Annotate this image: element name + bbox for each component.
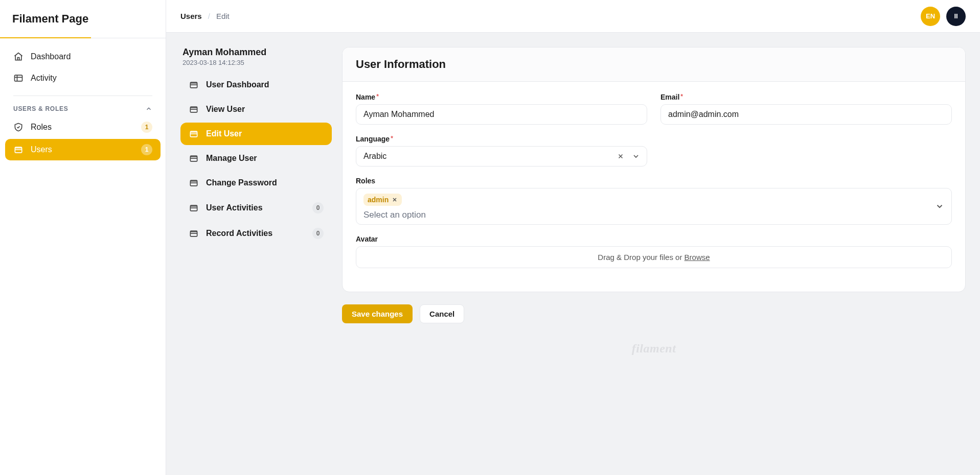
primary-nav: Dashboard Activity USERS & ROLES Role [0, 38, 166, 170]
table-icon [13, 73, 24, 83]
subnav-item-label: Edit User [206, 129, 242, 138]
shield-icon [13, 122, 24, 132]
subnav-item-label: Manage User [206, 154, 257, 163]
chevron-down-icon[interactable] [935, 202, 944, 211]
user-avatar-button[interactable]: II [946, 7, 966, 26]
chevron-down-icon[interactable] [630, 151, 642, 162]
dropzone-text: Drag & Drop your files or [598, 253, 684, 262]
card-title: User Information [343, 48, 965, 82]
record-subnav: Ayman Mohammed 2023-03-18 14:12:35 User … [180, 47, 332, 247]
cancel-button[interactable]: Cancel [420, 304, 464, 323]
inbox-icon [189, 153, 199, 163]
inbox-icon [189, 178, 199, 188]
sidebar-item-dashboard[interactable]: Dashboard [5, 46, 161, 67]
subnav-item-label: View User [206, 105, 245, 114]
subnav-item-label: Record Activities [206, 229, 272, 238]
sidebar-group-users-roles[interactable]: USERS & ROLES [5, 103, 161, 116]
subnav-item-label: User Activities [206, 203, 263, 212]
sidebar-item-label: Users [31, 145, 52, 154]
subnav-item-user-activities[interactable]: User Activities 0 [180, 196, 332, 220]
email-input[interactable] [660, 104, 952, 125]
clear-icon[interactable] [615, 151, 626, 162]
record-title: Ayman Mohammed [183, 47, 330, 58]
svg-rect-3 [190, 108, 197, 112]
svg-rect-7 [190, 206, 197, 211]
language-label: Language* [356, 135, 647, 143]
breadcrumb: Users / Edit [180, 12, 230, 20]
avatar-label: Avatar [356, 235, 952, 243]
svg-rect-6 [190, 181, 197, 186]
form-actions: Save changes Cancel [342, 304, 966, 323]
subnav-item-change-password[interactable]: Change Password [180, 172, 332, 194]
sidebar: Filament Page Dashboard Activity USERS &… [0, 0, 166, 475]
subnav-item-record-activities[interactable]: Record Activities 0 [180, 222, 332, 245]
home-icon [13, 52, 24, 62]
language-select-value: Arabic [363, 152, 611, 161]
svg-rect-8 [190, 232, 197, 236]
inbox-icon [189, 203, 199, 213]
breadcrumb-root[interactable]: Users [180, 12, 202, 20]
inbox-icon [189, 228, 199, 239]
svg-rect-5 [190, 157, 197, 161]
inbox-icon [189, 80, 199, 90]
svg-rect-4 [190, 132, 197, 137]
name-input[interactable] [356, 104, 647, 125]
email-label: Email* [660, 93, 952, 101]
subnav-item-manage-user[interactable]: Manage User [180, 147, 332, 170]
save-button[interactable]: Save changes [342, 304, 413, 323]
brand-title: Filament Page [0, 0, 166, 38]
roles-label: Roles [356, 177, 952, 185]
sidebar-group-label: USERS & ROLES [13, 105, 68, 112]
subnav-item-label: Change Password [206, 178, 277, 187]
user-information-card: User Information Name* Ema [342, 47, 966, 292]
required-indicator: * [391, 135, 393, 142]
subnav-item-label: User Dashboard [206, 80, 269, 89]
sidebar-badge: 1 [141, 144, 152, 155]
sidebar-item-label: Activity [31, 74, 57, 83]
sidebar-item-label: Dashboard [31, 52, 71, 61]
language-select[interactable]: Arabic [356, 146, 647, 167]
remove-tag-icon[interactable] [392, 197, 398, 203]
sidebar-item-label: Roles [31, 123, 52, 132]
svg-rect-0 [15, 75, 22, 81]
role-tag: admin [363, 194, 402, 206]
inbox-icon [13, 145, 24, 155]
breadcrumb-current: Edit [216, 12, 230, 20]
inbox-icon [189, 129, 199, 139]
topbar: Users / Edit EN II [166, 0, 980, 33]
email-label-text: Email [660, 93, 679, 101]
roles-multiselect[interactable]: admin Select an option [356, 188, 952, 225]
avatar-dropzone[interactable]: Drag & Drop your files or Browse [356, 246, 952, 268]
breadcrumb-separator: / [208, 12, 210, 20]
sidebar-badge: 1 [141, 122, 152, 133]
subnav-item-edit-user[interactable]: Edit User [180, 123, 332, 145]
nav-divider [13, 96, 152, 96]
chevron-up-icon [145, 105, 152, 112]
footer-logo: filament [342, 342, 966, 355]
language-label-text: Language [356, 135, 390, 143]
language-switch-button[interactable]: EN [921, 7, 940, 26]
required-indicator: * [376, 93, 379, 100]
subnav-item-user-dashboard[interactable]: User Dashboard [180, 74, 332, 96]
roles-placeholder: Select an option [363, 210, 931, 220]
svg-rect-2 [190, 83, 197, 88]
dropzone-browse-link[interactable]: Browse [685, 253, 710, 262]
required-indicator: * [680, 93, 683, 100]
inbox-icon [189, 104, 199, 114]
sidebar-item-roles[interactable]: Roles 1 [5, 116, 161, 138]
svg-rect-1 [15, 148, 21, 153]
sidebar-item-users[interactable]: Users 1 [5, 139, 161, 160]
sidebar-item-activity[interactable]: Activity [5, 68, 161, 88]
role-tag-label: admin [368, 196, 389, 204]
main: Users / Edit EN II Ayman Mohammed 2023-0… [166, 0, 980, 475]
subnav-item-view-user[interactable]: View User [180, 98, 332, 121]
subnav-item-count: 0 [312, 202, 324, 213]
subnav-item-count: 0 [312, 228, 324, 239]
name-label-text: Name [356, 93, 375, 101]
record-timestamp: 2023-03-18 14:12:35 [183, 59, 330, 66]
name-label: Name* [356, 93, 647, 101]
